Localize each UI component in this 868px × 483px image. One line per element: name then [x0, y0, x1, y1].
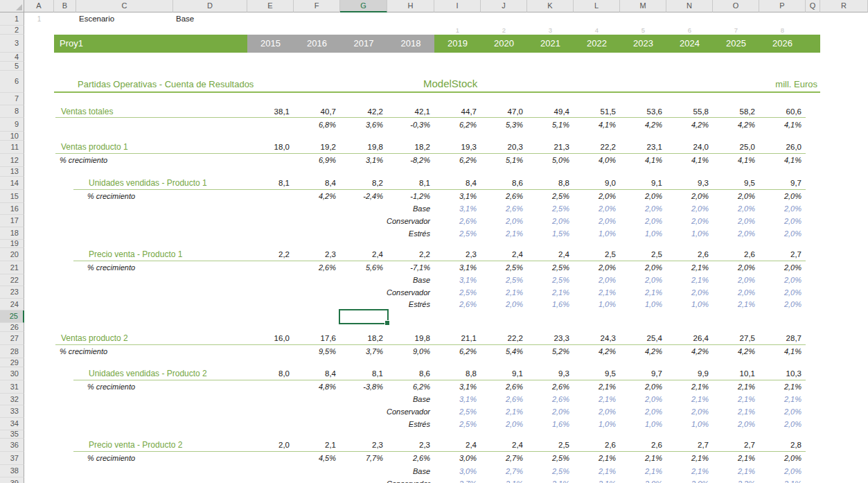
cell-J27[interactable]: 22,2 [481, 332, 523, 345]
growth-row-label[interactable]: % crecimiento [87, 261, 135, 274]
cell-J28[interactable]: 5,4% [481, 345, 523, 358]
cell-M14[interactable]: 9,1 [620, 177, 662, 190]
cell-G15[interactable]: -2,4% [340, 190, 383, 203]
cell-O23[interactable]: 2,0% [713, 286, 755, 299]
line-item-label[interactable]: Ventas producto 1 [61, 141, 128, 154]
cell-N27[interactable]: 26,4 [666, 332, 709, 345]
cell-M18[interactable]: 1,0% [620, 227, 662, 240]
cell-G36[interactable]: 2,3 [340, 439, 383, 452]
cell-K8[interactable]: 49,4 [527, 105, 569, 118]
growth-row-label[interactable]: % crecimiento [60, 154, 107, 167]
banner-year-2016[interactable]: 2016 [294, 35, 340, 53]
line-item-label[interactable]: Unidades vendidas - Producto 2 [89, 367, 207, 380]
banner-year-2020[interactable]: 2020 [481, 35, 527, 53]
cell-F9[interactable]: 6,8% [294, 118, 336, 132]
cell-G30[interactable]: 8,1 [340, 367, 383, 380]
cell-F28[interactable]: 9,5% [294, 345, 336, 358]
cell-L14[interactable]: 9,0 [574, 177, 616, 190]
cell-I31[interactable]: 3,1% [434, 380, 477, 394]
cell-P14[interactable]: 9,7 [759, 177, 801, 190]
cell-L36[interactable]: 2,6 [574, 439, 616, 452]
growth-row-label[interactable]: % crecimiento [87, 380, 135, 394]
cell-I8[interactable]: 44,7 [434, 105, 477, 118]
cell-M30[interactable]: 9,7 [620, 367, 662, 380]
cell-I14[interactable]: 8,4 [434, 177, 477, 190]
cell-K18[interactable]: 1,5% [527, 227, 569, 240]
cell-L31[interactable]: 2,1% [574, 380, 616, 394]
cell-O36[interactable]: 2,7 [713, 439, 755, 452]
cell-P32[interactable]: 2,1% [759, 394, 801, 405]
cell-H9[interactable]: -0,3% [387, 118, 430, 132]
cell-J39[interactable]: 2,1% [481, 477, 523, 483]
cell-M39[interactable]: 2,0% [620, 477, 662, 483]
line-item-label[interactable]: Unidades vendidas - Producto 1 [89, 177, 207, 190]
banner-year-2024[interactable]: 2024 [666, 35, 713, 53]
cell-K20[interactable]: 2,4 [527, 248, 569, 261]
scenario-number-cell[interactable]: 1 [24, 12, 54, 26]
cell-M38[interactable]: 2,1% [620, 465, 662, 477]
cell-K28[interactable]: 5,2% [527, 345, 569, 358]
cell-M32[interactable]: 2,0% [620, 394, 662, 405]
cell-O37[interactable]: 2,1% [713, 452, 755, 465]
line-item-label[interactable]: Precio venta - Producto 2 [89, 439, 182, 452]
cell-I34[interactable]: 2,5% [434, 418, 477, 430]
cell-M17[interactable]: 2,0% [620, 215, 662, 227]
cell-H37[interactable]: 2,6% [387, 452, 430, 465]
banner-year-2026[interactable]: 2026 [759, 35, 806, 53]
cell-O38[interactable]: 2,1% [713, 465, 755, 477]
cell-J9[interactable]: 5,3% [481, 118, 523, 132]
cell-H8[interactable]: 42,1 [387, 105, 430, 118]
cell-N37[interactable]: 2,1% [666, 452, 709, 465]
cell-P16[interactable]: 2,0% [759, 203, 801, 215]
scenario-row-label[interactable]: Conservador [247, 405, 430, 418]
cell-N15[interactable]: 2,0% [666, 190, 709, 203]
cell-N8[interactable]: 55,8 [666, 105, 709, 118]
cell-L34[interactable]: 1,0% [574, 418, 616, 430]
cell-H27[interactable]: 19,8 [387, 332, 430, 345]
cell-G14[interactable]: 8,2 [340, 177, 383, 190]
cell-J18[interactable]: 2,1% [481, 227, 523, 240]
cell-K33[interactable]: 2,0% [527, 405, 569, 418]
cell-P34[interactable]: 2,0% [759, 418, 801, 430]
cell-P9[interactable]: 4,1% [759, 118, 801, 132]
cell-M24[interactable]: 1,0% [620, 299, 662, 310]
cell-O12[interactable]: 4,1% [713, 154, 755, 167]
cell-F36[interactable]: 2,1 [294, 439, 336, 452]
cell-F27[interactable]: 17,6 [294, 332, 336, 345]
cell-J37[interactable]: 2,7% [481, 452, 523, 465]
cell-E30[interactable]: 8,0 [247, 367, 290, 380]
cell-G31[interactable]: -3,8% [340, 380, 383, 394]
cell-M9[interactable]: 4,2% [620, 118, 662, 132]
cell-O24[interactable]: 2,1% [713, 299, 755, 310]
cell-K14[interactable]: 8,8 [527, 177, 569, 190]
banner-year-2017[interactable]: 2017 [340, 35, 387, 53]
cell-E14[interactable]: 8,1 [247, 177, 290, 190]
cell-I39[interactable]: 2,7% [434, 477, 477, 483]
cell-K38[interactable]: 2,5% [527, 465, 569, 477]
cell-I20[interactable]: 2,3 [434, 248, 477, 261]
scenario-row-label[interactable]: Conservador [247, 286, 430, 299]
cell-P38[interactable]: 2,0% [759, 465, 801, 477]
cell-P37[interactable]: 2,0% [759, 452, 801, 465]
cell-O30[interactable]: 10,1 [713, 367, 755, 380]
growth-row-label[interactable]: % crecimiento [87, 190, 135, 203]
cell-P31[interactable]: 2,1% [759, 380, 801, 394]
cell-J14[interactable]: 8,6 [481, 177, 523, 190]
cell-O15[interactable]: 2,0% [713, 190, 755, 203]
cell-L16[interactable]: 2,0% [574, 203, 616, 215]
cell-M21[interactable]: 2,0% [620, 261, 662, 274]
cell-H30[interactable]: 8,6 [387, 367, 430, 380]
cell-M28[interactable]: 4,2% [620, 345, 662, 358]
cell-N32[interactable]: 2,1% [666, 394, 709, 405]
cell-J16[interactable]: 2,6% [481, 203, 523, 215]
cell-L24[interactable]: 1,0% [574, 299, 616, 310]
cell-I37[interactable]: 3,0% [434, 452, 477, 465]
banner-year-2025[interactable]: 2025 [713, 35, 759, 53]
cell-L37[interactable]: 2,1% [574, 452, 616, 465]
cell-P22[interactable]: 2,0% [759, 274, 801, 286]
cell-L28[interactable]: 4,2% [574, 345, 616, 358]
cell-J15[interactable]: 2,6% [481, 190, 523, 203]
cell-M20[interactable]: 2,5 [620, 248, 662, 261]
section-title[interactable]: Partidas Operativas - Cuenta de Resultad… [78, 76, 254, 93]
cell-J34[interactable]: 2,0% [481, 418, 523, 430]
